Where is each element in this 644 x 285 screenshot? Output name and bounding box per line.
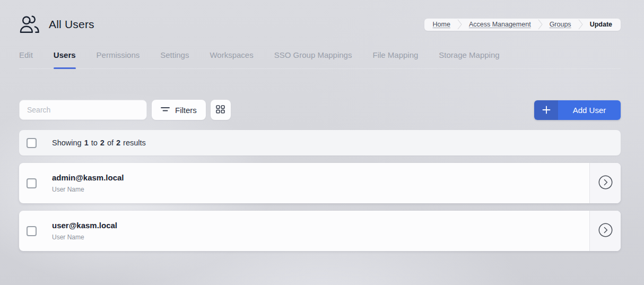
row-checkbox[interactable] [27,226,37,236]
user-sublabel: User Name [52,234,589,241]
breadcrumb: Home Access Management Groups Update [424,19,621,31]
user-email: user@kasm.local [52,221,589,230]
tab-users[interactable]: Users [54,50,76,68]
breadcrumb-home[interactable]: Home [433,21,450,28]
select-all-checkbox[interactable] [27,138,37,148]
breadcrumb-chevron-icon [538,19,543,30]
row-open-button[interactable] [589,211,621,251]
tab-bar: Edit Users Permissions Settings Workspac… [19,50,621,69]
title-wrap: All Users [19,15,94,34]
chevron-right-circle-icon [598,175,613,191]
results-total: 2 [116,139,120,147]
page-header: All Users Home Access Management Groups … [19,0,621,34]
results-summary: Showing 1 to 2 of 2 results [52,139,146,147]
results-from: 1 [84,139,89,147]
filter-icon [161,106,170,114]
breadcrumb-groups[interactable]: Groups [550,21,571,28]
add-user-button-label: Add User [558,100,621,120]
tab-permissions[interactable]: Permissions [97,50,140,68]
row-checkbox[interactable] [27,178,37,188]
toolbar: Filters [19,100,621,120]
breadcrumb-chevron-icon [457,19,462,30]
tab-file-mapping[interactable]: File Mapping [372,50,418,68]
results-word: of [107,139,114,147]
user-sublabel: User Name [52,186,589,193]
search-input[interactable] [19,100,147,120]
filters-button-label: Filters [175,106,197,115]
tab-workspaces[interactable]: Workspaces [210,50,253,68]
tab-sso-group-mappings[interactable]: SSO Group Mappings [274,50,352,68]
results-word: to [91,139,98,147]
breadcrumb-chevron-icon [578,19,583,30]
tab-storage-mapping[interactable]: Storage Mapping [439,50,499,68]
user-email: admin@kasm.local [52,173,589,182]
page-title: All Users [49,18,94,31]
add-user-button[interactable]: Add User [534,100,621,120]
tab-edit[interactable]: Edit [19,50,33,68]
chevron-right-circle-icon [598,223,613,239]
user-info: admin@kasm.local User Name [52,173,589,193]
table-row: user@kasm.local User Name [19,211,621,251]
results-word: Showing [52,139,82,147]
row-open-button[interactable] [589,163,621,203]
results-word: results [123,139,146,147]
breadcrumb-access-management[interactable]: Access Management [469,21,531,28]
filters-button[interactable]: Filters [152,100,206,120]
plus-icon [534,100,558,120]
grid-view-icon [216,105,225,115]
users-icon [19,15,40,34]
tab-settings[interactable]: Settings [160,50,189,68]
all-users-page: All Users Home Access Management Groups … [0,0,644,285]
grid-view-button[interactable] [211,100,231,120]
breadcrumb-current-update: Update [590,21,612,28]
user-info: user@kasm.local User Name [52,221,589,241]
table-row: admin@kasm.local User Name [19,163,621,203]
results-bar: Showing 1 to 2 of 2 results [19,130,621,156]
results-to: 2 [100,139,105,147]
